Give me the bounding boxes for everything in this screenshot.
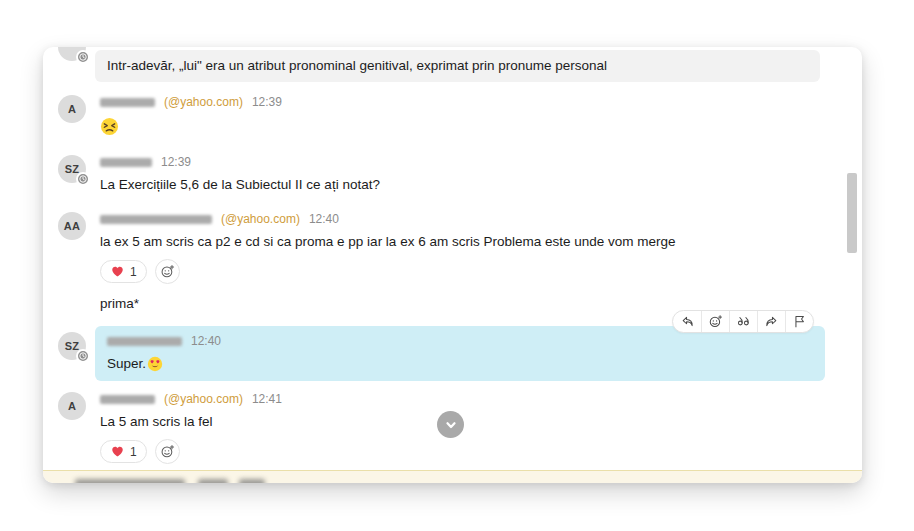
sender-suffix: (@yahoo.com) [164,392,243,406]
avatar[interactable]: A [58,95,86,123]
avatar[interactable]: AA [58,212,86,240]
add-reaction-button[interactable] [701,311,729,332]
status-clock-badge [76,172,90,186]
chat-window: Intr-adevăr, „lui" era un atribut pronom… [43,47,862,483]
message-text: Intr-adevăr, „lui" era un atribut pronom… [107,58,607,73]
heart-icon [110,264,125,279]
sender-suffix: (@yahoo.com) [221,212,300,226]
sender-name-redacted [100,158,152,167]
message-time: 12:39 [161,155,191,169]
chevron-down-icon [444,418,458,432]
quoted-message-bubble[interactable]: Intr-adevăr, „lui" era un atribut pronom… [95,50,820,82]
message-row: A (@yahoo.com) 12:39 [43,95,862,136]
add-reaction-button[interactable] [155,259,180,284]
composer-text-redacted [198,479,228,483]
message-text: la ex 5 am scris ca p2 e cd si ca proma … [100,233,862,250]
reaction-count: 1 [130,265,137,279]
quote-button[interactable] [729,311,757,332]
composer-text-redacted [239,479,265,483]
message-time: 12:40 [309,212,339,226]
reply-button[interactable] [673,311,701,332]
reply-icon [680,314,695,329]
scrollbar-thumb[interactable] [847,173,857,253]
message-time: 12:39 [252,95,282,109]
message-time: 12:41 [252,392,282,406]
message-row: SZ 12:39 La Exercițiile 5,6 de la Subiec… [43,155,862,193]
quote-icon [736,314,751,329]
message-hover-toolbar [672,310,814,333]
status-clock-badge [76,50,90,64]
message-text: Super. [107,355,146,372]
forward-button[interactable] [757,311,785,332]
flag-button[interactable] [785,311,813,332]
highlighted-message-bubble[interactable]: 12:40 Super. [95,326,825,381]
composer-strip[interactable] [43,470,862,483]
add-reaction-smiley-icon [160,264,175,279]
heart-icon [110,444,125,459]
composer-text-redacted [75,479,185,483]
sender-name-redacted [100,215,212,224]
message-text: La 5 am scris la fel [100,413,862,430]
forward-icon [764,314,779,329]
message-row-highlighted: SZ 12:40 Super. [43,326,862,381]
sender-name-redacted [100,395,155,404]
heart-reaction-pill[interactable]: 1 [100,260,147,283]
sender-suffix: (@yahoo.com) [164,95,243,109]
message-list[interactable]: Intr-adevăr, „lui" era un atribut pronom… [43,47,862,470]
avatar[interactable]: A [58,392,86,420]
message-row: Intr-adevăr, „lui" era un atribut pronom… [43,50,862,82]
status-clock-badge [76,349,90,363]
persevering-face-emoji [100,117,119,136]
message-text: La Exercițiile 5,6 de la Subiectul II ce… [100,176,862,193]
message-row: AA (@yahoo.com) 12:40 la ex 5 am scris c… [43,212,862,312]
heart-eyes-emoji [147,356,163,372]
sender-name-redacted [107,337,182,346]
scroll-to-bottom-button[interactable] [437,411,464,438]
add-reaction-button[interactable] [155,439,180,464]
add-reaction-smiley-icon [160,444,175,459]
heart-reaction-pill[interactable]: 1 [100,440,147,463]
message-time: 12:40 [191,334,221,348]
sender-name-redacted [100,98,155,107]
flag-icon [792,314,807,329]
reaction-count: 1 [130,445,137,459]
add-reaction-smiley-icon [708,314,723,329]
